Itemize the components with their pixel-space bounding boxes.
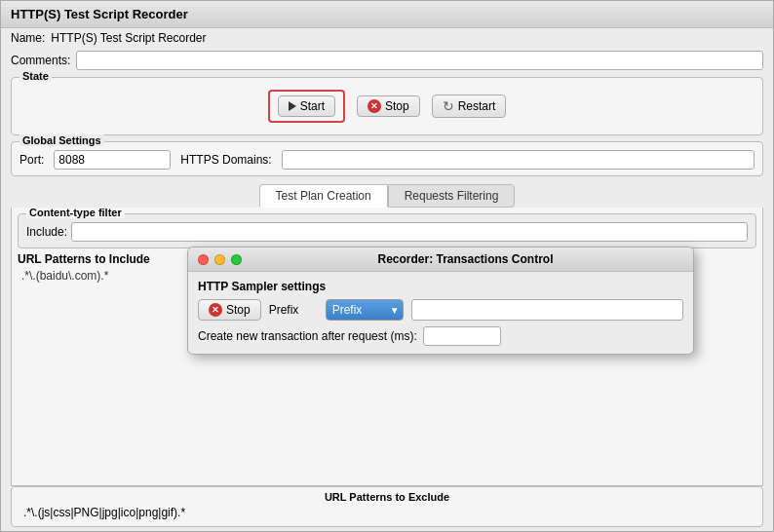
traffic-light-yellow[interactable] <box>214 254 225 265</box>
state-controls: Start Stop ↻ Restart <box>19 86 755 127</box>
prefix-label: Prefix <box>269 303 318 317</box>
global-settings-group: Global Settings Port: HTTPS Domains: <box>11 141 763 176</box>
comments-input[interactable] <box>76 51 763 70</box>
tab-requests-filtering-label: Requests Filtering <box>405 189 499 203</box>
port-label: Port: <box>19 153 44 167</box>
dialog-stop-label: Stop <box>226 303 251 317</box>
main-window: HTTP(S) Test Script Recorder Name: HTTP(… <box>0 0 774 532</box>
title-bar: HTTP(S) Test Script Recorder <box>1 1 773 28</box>
start-highlighted-box: Start <box>268 90 345 123</box>
stop-button[interactable]: Stop <box>357 95 420 117</box>
name-row: Name: HTTP(S) Test Script Recorder <box>1 28 773 48</box>
include-input[interactable] <box>71 222 748 242</box>
restart-button[interactable]: ↻ Restart <box>432 95 507 118</box>
content-area: Content-type filter Include: URL Pattern… <box>11 208 763 486</box>
dialog-title-bar: Recorder: Transactions Control <box>188 247 693 272</box>
traffic-light-green[interactable] <box>231 254 242 265</box>
global-settings-row: Port: HTTPS Domains: <box>19 146 755 170</box>
start-label: Start <box>300 99 325 113</box>
dialog-title-text: Recorder: Transactions Control <box>248 252 683 266</box>
transaction-input[interactable] <box>423 326 501 346</box>
content-filter-group: Content-type filter Include: <box>18 213 756 248</box>
port-input[interactable] <box>54 150 171 170</box>
tab-test-plan[interactable]: Test Plan Creation <box>259 184 388 208</box>
url-patterns-exclude-title: URL Patterns to Exclude <box>19 491 755 505</box>
floating-dialog: Recorder: Transactions Control HTTP Samp… <box>187 247 694 355</box>
url-patterns-exclude-section: URL Patterns to Exclude .*\.(js|css|PNG|… <box>11 486 763 527</box>
start-button[interactable]: Start <box>278 95 335 117</box>
global-settings-title: Global Settings <box>19 134 104 146</box>
dialog-stop-icon <box>209 303 222 317</box>
restart-label: Restart <box>458 99 496 113</box>
traffic-light-red[interactable] <box>198 254 209 265</box>
restart-icon: ↻ <box>443 98 454 114</box>
url-pattern-exclude-item: .*\.(js|css|PNG|jpg|ico|png|gif).* <box>19 505 755 520</box>
dialog-row-prefix: Stop Prefix Prefix Suffix None ▼ <box>198 299 683 321</box>
name-value: HTTP(S) Test Script Recorder <box>51 31 206 45</box>
https-domains-input[interactable] <box>282 150 755 170</box>
stop-icon <box>368 99 381 113</box>
window-title: HTTP(S) Test Script Recorder <box>11 7 188 21</box>
filter-row: Include: <box>26 218 748 242</box>
tab-test-plan-label: Test Plan Creation <box>276 189 371 203</box>
prefix-select-wrapper: Prefix Suffix None ▼ <box>326 299 404 321</box>
include-label: Include: <box>26 225 67 239</box>
content-filter-title: Content-type filter <box>26 208 125 218</box>
https-domains-label: HTTPS Domains: <box>180 153 271 167</box>
prefix-text-input[interactable] <box>411 299 683 321</box>
stop-label: Stop <box>385 99 409 113</box>
tab-requests-filtering[interactable]: Requests Filtering <box>388 184 516 208</box>
transaction-label: Create new transaction after request (ms… <box>198 329 417 343</box>
dialog-section-title: HTTP Sampler settings <box>198 280 683 293</box>
tabs-row: Test Plan Creation Requests Filtering <box>11 178 763 208</box>
dialog-transaction-row: Create new transaction after request (ms… <box>198 326 683 346</box>
play-icon <box>289 101 296 111</box>
comments-row: Comments: <box>1 48 773 73</box>
dialog-stop-button[interactable]: Stop <box>198 299 261 321</box>
prefix-select[interactable]: Prefix Suffix None <box>326 299 404 321</box>
comments-label: Comments: <box>11 54 70 67</box>
name-label: Name: <box>11 31 45 45</box>
state-group-title: State <box>19 70 52 82</box>
dialog-content: HTTP Sampler settings Stop Prefix Prefix… <box>188 272 693 354</box>
state-group: State Start Stop ↻ Restart <box>11 77 763 135</box>
